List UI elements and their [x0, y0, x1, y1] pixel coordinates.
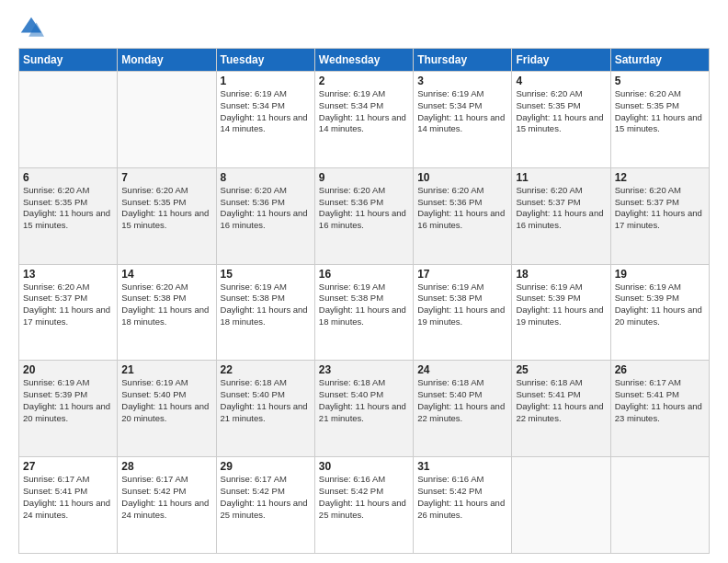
day-info: Sunrise: 6:18 AM Sunset: 5:40 PM Dayligh… [417, 377, 507, 424]
calendar-week-3: 13Sunrise: 6:20 AM Sunset: 5:37 PM Dayli… [19, 264, 710, 361]
day-number: 5 [615, 75, 705, 87]
header [18, 15, 710, 40]
weekday-header-thursday: Thursday [414, 49, 512, 72]
calendar-cell: 6Sunrise: 6:20 AM Sunset: 5:35 PM Daylig… [19, 167, 118, 264]
calendar-cell: 25Sunrise: 6:18 AM Sunset: 5:41 PM Dayli… [512, 361, 610, 457]
day-info: Sunrise: 6:18 AM Sunset: 5:40 PM Dayligh… [221, 377, 311, 424]
day-number: 7 [121, 171, 211, 184]
day-number: 29 [221, 460, 311, 473]
calendar-cell: 24Sunrise: 6:18 AM Sunset: 5:40 PM Dayli… [414, 361, 512, 457]
calendar-week-5: 27Sunrise: 6:17 AM Sunset: 5:41 PM Dayli… [19, 457, 710, 554]
calendar-cell [610, 457, 709, 554]
day-number: 23 [319, 363, 409, 376]
day-info: Sunrise: 6:20 AM Sunset: 5:37 PM Dayligh… [23, 282, 113, 328]
day-number: 8 [221, 171, 311, 184]
page: SundayMondayTuesdayWednesdayThursdayFrid… [0, 0, 728, 563]
day-info: Sunrise: 6:19 AM Sunset: 5:34 PM Dayligh… [221, 88, 311, 135]
day-info: Sunrise: 6:20 AM Sunset: 5:35 PM Dayligh… [615, 88, 705, 135]
day-info: Sunrise: 6:17 AM Sunset: 5:42 PM Dayligh… [221, 474, 311, 521]
day-info: Sunrise: 6:19 AM Sunset: 5:39 PM Dayligh… [23, 377, 113, 424]
day-info: Sunrise: 6:20 AM Sunset: 5:36 PM Dayligh… [221, 185, 311, 232]
day-number: 28 [121, 460, 211, 473]
calendar-week-2: 6Sunrise: 6:20 AM Sunset: 5:35 PM Daylig… [19, 167, 710, 264]
day-number: 6 [23, 171, 113, 184]
calendar-cell: 8Sunrise: 6:20 AM Sunset: 5:36 PM Daylig… [216, 167, 314, 264]
day-number: 18 [516, 268, 606, 281]
day-info: Sunrise: 6:19 AM Sunset: 5:38 PM Dayligh… [319, 282, 409, 328]
calendar-cell: 30Sunrise: 6:16 AM Sunset: 5:42 PM Dayli… [314, 457, 413, 554]
calendar-cell: 17Sunrise: 6:19 AM Sunset: 5:38 PM Dayli… [414, 264, 512, 361]
calendar-cell: 13Sunrise: 6:20 AM Sunset: 5:37 PM Dayli… [19, 264, 118, 361]
weekday-header-friday: Friday [512, 49, 610, 72]
calendar-cell: 19Sunrise: 6:19 AM Sunset: 5:39 PM Dayli… [610, 264, 709, 361]
calendar-cell: 26Sunrise: 6:17 AM Sunset: 5:41 PM Dayli… [610, 361, 709, 457]
day-info: Sunrise: 6:20 AM Sunset: 5:37 PM Dayligh… [516, 185, 606, 232]
calendar-cell: 9Sunrise: 6:20 AM Sunset: 5:36 PM Daylig… [314, 167, 413, 264]
calendar-cell: 14Sunrise: 6:20 AM Sunset: 5:38 PM Dayli… [118, 264, 216, 361]
calendar-cell: 23Sunrise: 6:18 AM Sunset: 5:40 PM Dayli… [314, 361, 413, 457]
day-info: Sunrise: 6:19 AM Sunset: 5:39 PM Dayligh… [516, 282, 606, 328]
calendar-cell: 7Sunrise: 6:20 AM Sunset: 5:35 PM Daylig… [118, 167, 216, 264]
day-info: Sunrise: 6:18 AM Sunset: 5:41 PM Dayligh… [516, 377, 606, 424]
day-number: 13 [23, 268, 113, 281]
day-number: 27 [23, 460, 113, 473]
day-info: Sunrise: 6:17 AM Sunset: 5:41 PM Dayligh… [615, 377, 705, 424]
day-number: 16 [319, 268, 409, 281]
weekday-header-monday: Monday [118, 49, 216, 72]
day-number: 25 [516, 363, 606, 376]
calendar-cell: 5Sunrise: 6:20 AM Sunset: 5:35 PM Daylig… [610, 72, 709, 168]
calendar-table: SundayMondayTuesdayWednesdayThursdayFrid… [18, 48, 710, 554]
day-info: Sunrise: 6:20 AM Sunset: 5:35 PM Dayligh… [23, 185, 113, 232]
calendar-cell [19, 72, 118, 168]
day-info: Sunrise: 6:20 AM Sunset: 5:35 PM Dayligh… [516, 88, 606, 135]
calendar-cell: 1Sunrise: 6:19 AM Sunset: 5:34 PM Daylig… [216, 72, 314, 168]
day-number: 10 [417, 171, 507, 184]
day-number: 11 [516, 171, 606, 184]
calendar-cell: 29Sunrise: 6:17 AM Sunset: 5:42 PM Dayli… [216, 457, 314, 554]
day-number: 21 [121, 363, 211, 376]
day-number: 31 [417, 460, 507, 473]
day-info: Sunrise: 6:17 AM Sunset: 5:41 PM Dayligh… [23, 474, 113, 521]
day-info: Sunrise: 6:20 AM Sunset: 5:35 PM Dayligh… [121, 185, 211, 232]
logo [18, 15, 48, 40]
calendar-cell: 3Sunrise: 6:19 AM Sunset: 5:34 PM Daylig… [414, 72, 512, 168]
calendar-cell: 2Sunrise: 6:19 AM Sunset: 5:34 PM Daylig… [314, 72, 413, 168]
day-number: 2 [319, 75, 409, 87]
day-number: 30 [319, 460, 409, 473]
calendar-cell: 20Sunrise: 6:19 AM Sunset: 5:39 PM Dayli… [19, 361, 118, 457]
weekday-header-sunday: Sunday [19, 49, 118, 72]
weekday-header-wednesday: Wednesday [314, 49, 413, 72]
calendar-cell: 31Sunrise: 6:16 AM Sunset: 5:42 PM Dayli… [414, 457, 512, 554]
calendar-week-4: 20Sunrise: 6:19 AM Sunset: 5:39 PM Dayli… [19, 361, 710, 457]
day-info: Sunrise: 6:19 AM Sunset: 5:39 PM Dayligh… [615, 282, 705, 328]
calendar-cell: 21Sunrise: 6:19 AM Sunset: 5:40 PM Dayli… [118, 361, 216, 457]
day-number: 26 [615, 363, 705, 376]
calendar-cell: 27Sunrise: 6:17 AM Sunset: 5:41 PM Dayli… [19, 457, 118, 554]
calendar-cell: 22Sunrise: 6:18 AM Sunset: 5:40 PM Dayli… [216, 361, 314, 457]
day-info: Sunrise: 6:19 AM Sunset: 5:40 PM Dayligh… [121, 377, 211, 424]
day-number: 14 [121, 268, 211, 281]
day-number: 24 [417, 363, 507, 376]
day-info: Sunrise: 6:20 AM Sunset: 5:36 PM Dayligh… [319, 185, 409, 232]
day-info: Sunrise: 6:19 AM Sunset: 5:38 PM Dayligh… [221, 282, 311, 328]
day-number: 1 [221, 75, 311, 87]
day-number: 12 [615, 171, 705, 184]
day-info: Sunrise: 6:17 AM Sunset: 5:42 PM Dayligh… [121, 474, 211, 521]
day-number: 15 [221, 268, 311, 281]
calendar-cell: 15Sunrise: 6:19 AM Sunset: 5:38 PM Dayli… [216, 264, 314, 361]
calendar-week-1: 1Sunrise: 6:19 AM Sunset: 5:34 PM Daylig… [19, 72, 710, 168]
day-info: Sunrise: 6:20 AM Sunset: 5:37 PM Dayligh… [615, 185, 705, 232]
day-number: 9 [319, 171, 409, 184]
day-info: Sunrise: 6:18 AM Sunset: 5:40 PM Dayligh… [319, 377, 409, 424]
calendar-cell: 10Sunrise: 6:20 AM Sunset: 5:36 PM Dayli… [414, 167, 512, 264]
day-info: Sunrise: 6:16 AM Sunset: 5:42 PM Dayligh… [417, 474, 507, 521]
day-info: Sunrise: 6:19 AM Sunset: 5:34 PM Dayligh… [319, 88, 409, 135]
calendar-cell [512, 457, 610, 554]
calendar-cell: 11Sunrise: 6:20 AM Sunset: 5:37 PM Dayli… [512, 167, 610, 264]
day-number: 22 [221, 363, 311, 376]
day-info: Sunrise: 6:16 AM Sunset: 5:42 PM Dayligh… [319, 474, 409, 521]
weekday-header-saturday: Saturday [610, 49, 709, 72]
calendar-cell: 4Sunrise: 6:20 AM Sunset: 5:35 PM Daylig… [512, 72, 610, 168]
calendar-cell: 28Sunrise: 6:17 AM Sunset: 5:42 PM Dayli… [118, 457, 216, 554]
day-number: 20 [23, 363, 113, 376]
